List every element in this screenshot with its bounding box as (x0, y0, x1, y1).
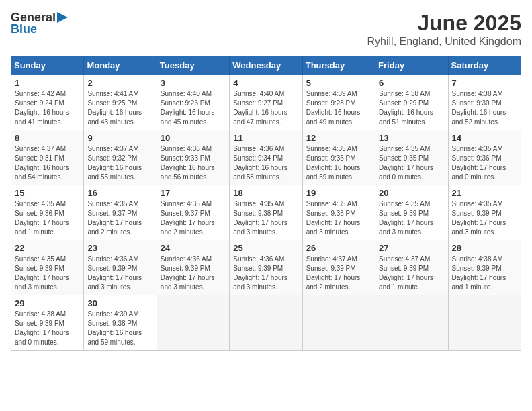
location-subtitle: Ryhill, England, United Kingdom (367, 36, 521, 48)
table-row: 7Sunrise: 4:38 AMSunset: 9:30 PMDaylight… (448, 75, 521, 130)
table-row: 11Sunrise: 4:36 AMSunset: 9:34 PMDayligh… (230, 130, 302, 185)
day-number: 1 (15, 78, 80, 88)
table-row (375, 295, 448, 351)
day-info: Sunrise: 4:36 AMSunset: 9:34 PMDaylight:… (233, 144, 298, 182)
calendar-week-row: 15Sunrise: 4:35 AMSunset: 9:36 PMDayligh… (11, 185, 521, 240)
table-row (230, 295, 302, 351)
table-row: 13Sunrise: 4:35 AMSunset: 9:35 PMDayligh… (375, 130, 448, 185)
col-sunday: Sunday (11, 56, 84, 75)
table-row: 10Sunrise: 4:36 AMSunset: 9:33 PMDayligh… (157, 130, 229, 185)
day-number: 27 (379, 243, 444, 253)
table-row: 24Sunrise: 4:36 AMSunset: 9:39 PMDayligh… (157, 240, 229, 295)
day-number: 4 (233, 78, 298, 88)
day-info: Sunrise: 4:36 AMSunset: 9:39 PMDaylight:… (161, 255, 226, 292)
calendar-week-row: 22Sunrise: 4:35 AMSunset: 9:39 PMDayligh… (11, 240, 521, 295)
month-title: June 2025 (367, 11, 521, 36)
table-row: 21Sunrise: 4:35 AMSunset: 9:39 PMDayligh… (448, 185, 521, 240)
table-row: 22Sunrise: 4:35 AMSunset: 9:39 PMDayligh… (11, 240, 84, 295)
day-info: Sunrise: 4:38 AMSunset: 9:39 PMDaylight:… (452, 255, 517, 292)
day-number: 6 (379, 78, 444, 88)
table-row: 3Sunrise: 4:40 AMSunset: 9:26 PMDaylight… (157, 75, 229, 130)
table-row: 8Sunrise: 4:37 AMSunset: 9:31 PMDaylight… (11, 130, 84, 185)
logo: General Blue (11, 11, 71, 36)
table-row: 15Sunrise: 4:35 AMSunset: 9:36 PMDayligh… (11, 185, 84, 240)
logo-arrow-icon (57, 11, 71, 24)
col-monday: Monday (84, 56, 157, 75)
day-number: 20 (379, 188, 444, 198)
table-row: 2Sunrise: 4:41 AMSunset: 9:25 PMDaylight… (84, 75, 157, 130)
day-number: 7 (452, 78, 517, 88)
table-row: 20Sunrise: 4:35 AMSunset: 9:39 PMDayligh… (375, 185, 448, 240)
table-row: 30Sunrise: 4:39 AMSunset: 9:38 PMDayligh… (84, 295, 157, 351)
day-info: Sunrise: 4:35 AMSunset: 9:35 PMDaylight:… (379, 144, 444, 182)
day-info: Sunrise: 4:35 AMSunset: 9:37 PMDaylight:… (161, 199, 226, 237)
calendar-table: Sunday Monday Tuesday Wednesday Thursday… (11, 56, 521, 351)
day-info: Sunrise: 4:37 AMSunset: 9:32 PMDaylight:… (87, 144, 152, 182)
page-header: General Blue June 2025 Ryhill, England, … (11, 11, 521, 48)
table-row: 4Sunrise: 4:40 AMSunset: 9:27 PMDaylight… (230, 75, 302, 130)
day-number: 17 (161, 188, 226, 198)
day-number: 5 (306, 78, 371, 88)
day-info: Sunrise: 4:36 AMSunset: 9:39 PMDaylight:… (87, 255, 152, 292)
day-info: Sunrise: 4:42 AMSunset: 9:24 PMDaylight:… (15, 89, 80, 127)
day-info: Sunrise: 4:37 AMSunset: 9:31 PMDaylight:… (15, 144, 80, 182)
day-info: Sunrise: 4:39 AMSunset: 9:28 PMDaylight:… (306, 89, 371, 127)
day-info: Sunrise: 4:40 AMSunset: 9:26 PMDaylight:… (161, 89, 226, 127)
table-row: 19Sunrise: 4:35 AMSunset: 9:38 PMDayligh… (302, 185, 375, 240)
day-info: Sunrise: 4:35 AMSunset: 9:35 PMDaylight:… (306, 144, 371, 182)
day-number: 8 (15, 133, 80, 143)
day-info: Sunrise: 4:35 AMSunset: 9:36 PMDaylight:… (15, 199, 80, 237)
day-number: 18 (233, 188, 298, 198)
col-tuesday: Tuesday (157, 56, 229, 75)
table-row (448, 295, 521, 351)
day-info: Sunrise: 4:40 AMSunset: 9:27 PMDaylight:… (233, 89, 298, 127)
day-number: 30 (87, 298, 152, 308)
day-number: 12 (306, 133, 371, 143)
day-info: Sunrise: 4:35 AMSunset: 9:38 PMDaylight:… (306, 199, 371, 237)
day-info: Sunrise: 4:38 AMSunset: 9:39 PMDaylight:… (15, 310, 80, 347)
day-info: Sunrise: 4:35 AMSunset: 9:36 PMDaylight:… (452, 144, 517, 182)
day-info: Sunrise: 4:35 AMSunset: 9:39 PMDaylight:… (379, 199, 444, 237)
day-number: 9 (87, 133, 152, 143)
day-number: 16 (87, 188, 152, 198)
day-number: 21 (452, 188, 517, 198)
day-info: Sunrise: 4:36 AMSunset: 9:33 PMDaylight:… (161, 144, 226, 182)
day-number: 28 (452, 243, 517, 253)
svg-marker-0 (57, 12, 68, 23)
table-row: 17Sunrise: 4:35 AMSunset: 9:37 PMDayligh… (157, 185, 229, 240)
table-row: 5Sunrise: 4:39 AMSunset: 9:28 PMDaylight… (302, 75, 375, 130)
col-thursday: Thursday (302, 56, 375, 75)
day-number: 22 (15, 243, 80, 253)
day-info: Sunrise: 4:38 AMSunset: 9:30 PMDaylight:… (452, 89, 517, 127)
col-friday: Friday (375, 56, 448, 75)
day-info: Sunrise: 4:35 AMSunset: 9:38 PMDaylight:… (233, 199, 298, 237)
day-number: 3 (161, 78, 226, 88)
table-row: 25Sunrise: 4:36 AMSunset: 9:39 PMDayligh… (230, 240, 302, 295)
day-number: 25 (233, 243, 298, 253)
table-row: 26Sunrise: 4:37 AMSunset: 9:39 PMDayligh… (302, 240, 375, 295)
day-info: Sunrise: 4:36 AMSunset: 9:39 PMDaylight:… (233, 255, 298, 292)
col-wednesday: Wednesday (230, 56, 302, 75)
table-row: 1Sunrise: 4:42 AMSunset: 9:24 PMDaylight… (11, 75, 84, 130)
day-info: Sunrise: 4:38 AMSunset: 9:29 PMDaylight:… (379, 89, 444, 127)
calendar-week-row: 8Sunrise: 4:37 AMSunset: 9:31 PMDaylight… (11, 130, 521, 185)
table-row: 16Sunrise: 4:35 AMSunset: 9:37 PMDayligh… (84, 185, 157, 240)
day-number: 23 (87, 243, 152, 253)
calendar-title-area: June 2025 Ryhill, England, United Kingdo… (367, 11, 521, 48)
table-row (157, 295, 229, 351)
col-saturday: Saturday (448, 56, 521, 75)
day-info: Sunrise: 4:35 AMSunset: 9:39 PMDaylight:… (15, 255, 80, 292)
table-row: 18Sunrise: 4:35 AMSunset: 9:38 PMDayligh… (230, 185, 302, 240)
day-info: Sunrise: 4:37 AMSunset: 9:39 PMDaylight:… (306, 255, 371, 292)
table-row: 23Sunrise: 4:36 AMSunset: 9:39 PMDayligh… (84, 240, 157, 295)
day-number: 29 (15, 298, 80, 308)
day-number: 10 (161, 133, 226, 143)
table-row: 9Sunrise: 4:37 AMSunset: 9:32 PMDaylight… (84, 130, 157, 185)
calendar-header-row: Sunday Monday Tuesday Wednesday Thursday… (11, 56, 521, 75)
table-row: 6Sunrise: 4:38 AMSunset: 9:29 PMDaylight… (375, 75, 448, 130)
table-row: 28Sunrise: 4:38 AMSunset: 9:39 PMDayligh… (448, 240, 521, 295)
logo-blue-text: Blue (11, 22, 37, 36)
table-row (302, 295, 375, 351)
table-row: 29Sunrise: 4:38 AMSunset: 9:39 PMDayligh… (11, 295, 84, 351)
day-info: Sunrise: 4:35 AMSunset: 9:39 PMDaylight:… (452, 199, 517, 237)
